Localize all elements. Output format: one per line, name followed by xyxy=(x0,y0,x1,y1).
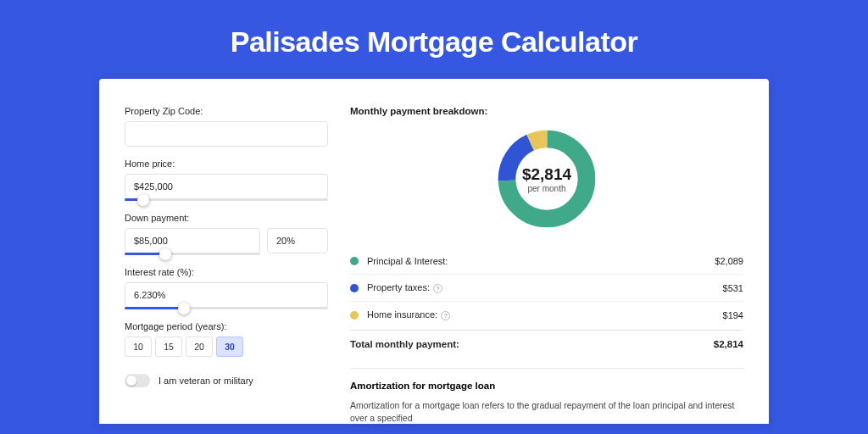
home-price-label: Home price: xyxy=(125,159,328,169)
donut-center: $2,814 per month xyxy=(522,165,571,193)
legend-total-label: Total monthly payment: xyxy=(350,339,714,349)
legend: Principal & Interest:$2,089Property taxe… xyxy=(350,248,743,328)
legend-value: $2,089 xyxy=(715,256,743,266)
veteran-toggle[interactable] xyxy=(125,374,150,387)
home-price-slider[interactable] xyxy=(125,198,328,201)
zip-group: Property Zip Code: xyxy=(125,106,328,147)
inputs-column: Property Zip Code: Home price: Down paym… xyxy=(125,106,328,424)
down-payment-label: Down payment: xyxy=(125,213,328,223)
legend-row: Home insurance:?$194 xyxy=(350,302,743,328)
donut-sub: per month xyxy=(522,184,571,193)
calculator-card: Property Zip Code: Home price: Down paym… xyxy=(99,79,769,424)
help-icon[interactable]: ? xyxy=(433,284,442,293)
slider-thumb[interactable] xyxy=(159,248,171,260)
down-payment-group: Down payment: xyxy=(125,213,328,255)
legend-label: Principal & Interest: xyxy=(367,256,715,266)
slider-fill xyxy=(125,307,184,309)
interest-rate-input[interactable] xyxy=(125,282,328,308)
period-option-15[interactable]: 15 xyxy=(155,337,182,357)
period-option-20[interactable]: 20 xyxy=(186,337,213,357)
period-option-30[interactable]: 30 xyxy=(216,337,243,357)
home-price-group: Home price: xyxy=(125,159,328,201)
down-payment-pct-input[interactable] xyxy=(267,228,328,253)
legend-dot xyxy=(350,257,359,265)
legend-row: Property taxes:?$531 xyxy=(350,275,743,302)
mortgage-period-group: Mortgage period (years): 10152030 xyxy=(125,321,328,357)
slider-thumb[interactable] xyxy=(178,303,190,314)
interest-rate-group: Interest rate (%): xyxy=(125,267,328,309)
veteran-toggle-row: I am veteran or military xyxy=(125,374,328,387)
legend-value: $194 xyxy=(723,310,743,320)
amortization-title: Amortization for mortgage loan xyxy=(350,381,743,391)
amortization-body: Amortization for a mortgage loan refers … xyxy=(350,399,743,424)
legend-label: Property taxes:? xyxy=(367,282,723,293)
interest-rate-label: Interest rate (%): xyxy=(125,267,328,277)
home-price-input[interactable] xyxy=(125,174,328,199)
interest-rate-slider[interactable] xyxy=(125,307,328,309)
help-icon[interactable]: ? xyxy=(441,311,450,320)
period-options: 10152030 xyxy=(125,337,328,357)
legend-row: Principal & Interest:$2,089 xyxy=(350,248,743,275)
zip-label: Property Zip Code: xyxy=(125,106,328,116)
down-payment-slider[interactable] xyxy=(125,253,260,255)
zip-input[interactable] xyxy=(125,121,328,147)
breakdown-column: Monthly payment breakdown: $2,814 per mo… xyxy=(350,106,743,424)
veteran-toggle-label: I am veteran or military xyxy=(159,376,253,386)
mortgage-period-label: Mortgage period (years): xyxy=(125,321,328,331)
donut-chart: $2,814 per month xyxy=(350,126,743,231)
legend-dot xyxy=(350,311,359,320)
legend-total-value: $2,814 xyxy=(714,339,743,349)
amortization-section: Amortization for mortgage loan Amortizat… xyxy=(350,368,743,424)
legend-dot xyxy=(350,284,359,292)
donut-value: $2,814 xyxy=(522,165,571,184)
down-payment-amount-input[interactable] xyxy=(125,228,260,253)
page-title: Palisades Mortgage Calculator xyxy=(0,0,868,79)
legend-total-row: Total monthly payment: $2,814 xyxy=(350,330,743,356)
breakdown-title: Monthly payment breakdown: xyxy=(350,106,743,116)
slider-thumb[interactable] xyxy=(137,194,149,206)
legend-value: $531 xyxy=(723,283,743,293)
legend-label: Home insurance:? xyxy=(367,309,723,320)
period-option-10[interactable]: 10 xyxy=(125,337,152,357)
